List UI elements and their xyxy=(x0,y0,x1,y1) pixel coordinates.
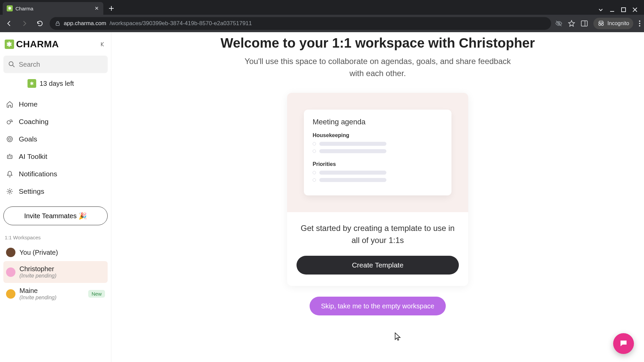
svg-point-17 xyxy=(9,190,11,192)
svg-point-6 xyxy=(639,20,640,22)
create-template-button[interactable]: Create Template xyxy=(297,256,459,275)
sidebar-item-label: Coaching xyxy=(19,118,49,126)
collapse-sidebar-icon[interactable] xyxy=(100,41,106,48)
agenda-preview: Meeting agenda Housekeeping Priorities xyxy=(287,93,468,212)
back-button[interactable] xyxy=(3,18,15,29)
sidebar-nav: Home Coaching Goals AI Toolkit Notificat… xyxy=(3,96,108,200)
chevron-down-icon[interactable] xyxy=(598,7,603,12)
page-subtitle: You'll use this space to collaborate on … xyxy=(240,55,515,79)
sidebar-item-label: Home xyxy=(19,100,38,108)
svg-point-5 xyxy=(601,23,603,25)
svg-point-8 xyxy=(639,25,640,26)
skeleton-row xyxy=(313,171,443,175)
avatar xyxy=(6,248,15,257)
search-icon xyxy=(8,61,15,68)
sidebar-item-label: Settings xyxy=(19,187,44,195)
sidebar: CHARMA Search ✱ 13 days left Home C xyxy=(0,32,111,362)
forward-button[interactable] xyxy=(19,18,30,29)
whistle-icon xyxy=(5,117,14,126)
tab-favicon-icon: ✱ xyxy=(7,5,13,11)
reload-button[interactable] xyxy=(34,18,46,29)
search-placeholder: Search xyxy=(19,61,40,68)
address-bar[interactable]: app.charma.com/workspaces/390399eb-3874-… xyxy=(50,17,551,30)
sparkle-icon: ✱ xyxy=(28,79,36,88)
workspace-name: Christopher xyxy=(19,265,56,273)
window-controls xyxy=(598,7,641,15)
eye-off-icon[interactable] xyxy=(555,20,562,27)
close-icon[interactable]: ✕ xyxy=(94,6,99,11)
lock-icon xyxy=(55,21,60,26)
chat-fab[interactable] xyxy=(613,333,634,354)
svg-rect-3 xyxy=(581,21,587,26)
search-input[interactable]: Search xyxy=(3,56,108,73)
panel-icon[interactable] xyxy=(581,20,588,27)
window-close-icon[interactable] xyxy=(633,7,637,12)
target-icon xyxy=(5,135,14,143)
browser-tab[interactable]: ✱ Charma ✕ xyxy=(3,2,103,15)
sidebar-item-ai-toolkit[interactable]: AI Toolkit xyxy=(3,148,108,165)
kebab-icon[interactable] xyxy=(639,20,641,27)
preview-title: Meeting agenda xyxy=(313,118,443,126)
workspace-item-maine[interactable]: Maine (Invite pending) New xyxy=(3,283,108,305)
new-badge: New xyxy=(88,290,105,298)
browser-toolbar: app.charma.com/workspaces/390399eb-3874-… xyxy=(0,15,644,32)
incognito-chip[interactable]: Incognito xyxy=(593,18,633,29)
robot-icon xyxy=(5,152,14,161)
template-card: Meeting agenda Housekeeping Priorities G… xyxy=(287,93,468,286)
new-tab-button[interactable] xyxy=(106,3,117,14)
skip-button[interactable]: Skip, take me to the empty workspace xyxy=(310,297,446,315)
svg-point-4 xyxy=(599,23,601,25)
sidebar-item-home[interactable]: Home xyxy=(3,96,108,113)
svg-point-13 xyxy=(9,139,10,139)
sidebar-item-coaching[interactable]: Coaching xyxy=(3,113,108,130)
page-title: Welcome to your 1:1 workspace with Chris… xyxy=(220,36,535,51)
skeleton-row xyxy=(313,149,443,153)
svg-point-15 xyxy=(8,157,9,158)
workspaces-header: 1:1 Workspaces xyxy=(5,235,108,240)
incognito-icon xyxy=(597,20,605,27)
brand-logo[interactable]: CHARMA xyxy=(5,39,59,50)
workspace-name: Maine xyxy=(19,287,56,295)
tab-title: Charma xyxy=(15,6,91,11)
browser-tabbar: ✱ Charma ✕ xyxy=(0,0,644,15)
svg-point-10 xyxy=(7,121,10,124)
sidebar-item-label: Notifications xyxy=(19,170,57,178)
section-label: Priorities xyxy=(313,161,443,167)
sidebar-item-settings[interactable]: Settings xyxy=(3,183,108,200)
trial-label: 13 days left xyxy=(40,80,74,87)
chat-icon xyxy=(619,339,628,348)
sidebar-item-notifications[interactable]: Notifications xyxy=(3,166,108,182)
workspace-status: (Invite pending) xyxy=(19,273,56,279)
incognito-label: Incognito xyxy=(607,20,629,26)
svg-rect-0 xyxy=(622,8,626,12)
home-icon xyxy=(5,100,14,109)
trial-days-left[interactable]: ✱ 13 days left xyxy=(3,73,108,94)
workspace-status: (Invite pending) xyxy=(19,295,56,301)
skeleton-row xyxy=(313,142,443,146)
svg-point-7 xyxy=(639,23,640,24)
section-label: Housekeeping xyxy=(313,132,443,138)
invite-label: Invite Teammates 🎉 xyxy=(24,212,87,220)
svg-rect-1 xyxy=(56,23,59,25)
invite-teammates-button[interactable]: Invite Teammates 🎉 xyxy=(3,206,108,225)
svg-point-16 xyxy=(10,157,11,158)
brand-icon xyxy=(5,40,14,49)
url-host: app.charma.com xyxy=(64,20,106,27)
sidebar-item-goals[interactable]: Goals xyxy=(3,131,108,147)
svg-rect-14 xyxy=(7,155,12,159)
gear-icon xyxy=(5,187,14,196)
skeleton-row xyxy=(313,178,443,182)
main-content: Welcome to your 1:1 workspace with Chris… xyxy=(111,32,644,362)
workspace-name: You (Private) xyxy=(19,249,58,256)
star-icon[interactable] xyxy=(568,20,575,27)
workspace-item-you[interactable]: You (Private) xyxy=(3,244,108,261)
avatar xyxy=(6,289,15,299)
sidebar-item-label: Goals xyxy=(19,135,37,143)
maximize-icon[interactable] xyxy=(621,7,626,12)
workspace-item-christopher[interactable]: Christopher (Invite pending) xyxy=(3,261,108,283)
get-started-text: Get started by creating a template to us… xyxy=(297,222,459,246)
cursor-icon xyxy=(394,332,401,342)
url-path: /workspaces/390399eb-3874-419b-8570-e2a0… xyxy=(110,20,252,27)
minimize-icon[interactable] xyxy=(610,7,614,12)
bell-icon xyxy=(5,170,14,178)
